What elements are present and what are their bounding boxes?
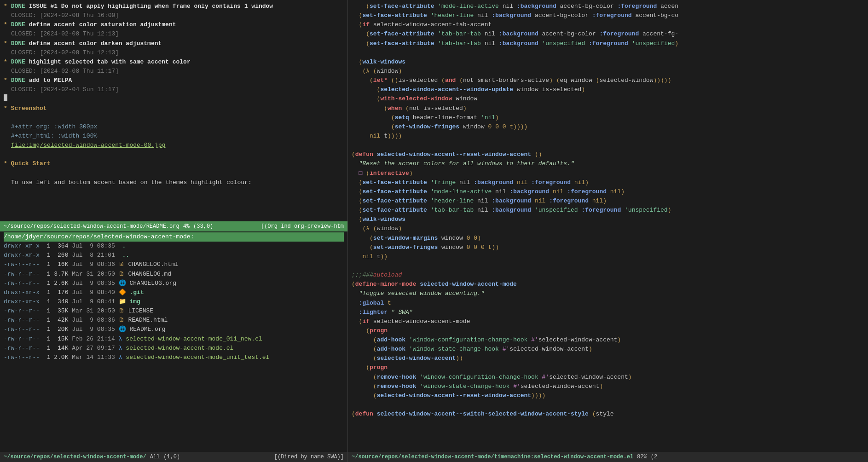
line-3: * DONE define accent color saturation ad… xyxy=(4,20,344,29)
rline-10: (with-selected-window window xyxy=(352,94,864,104)
left-status-pos: (33,0) xyxy=(193,223,213,230)
rline-29: "Toggle selected window accenting." xyxy=(352,289,864,298)
rline-32: (if selected-window-accent-mode xyxy=(352,317,864,326)
rline-36: (selected-window-accent)) xyxy=(352,354,864,363)
rline-35: (add-hook 'window-state-change-hook #'se… xyxy=(352,345,864,354)
rline-1: (set-face-attribute 'mode-line-active ni… xyxy=(352,2,864,11)
rline-11: (when (not is-selected) xyxy=(352,104,864,113)
rline-23: (λ (window) xyxy=(352,224,864,233)
line-10: CLOSED: [2024-02-04 Sun 11:17] xyxy=(4,85,344,94)
rline-19: (set-face-attribute 'mode-line-active ni… xyxy=(352,187,864,196)
right-content: (set-face-attribute 'mode-line-active ni… xyxy=(348,0,868,452)
rline-25: (set-window-fringes window 0 0 0 t)) xyxy=(352,243,864,252)
dired-entry-swa[interactable]: -rw-r--r-- 1 14K Apr 27 09:17 λ selected… xyxy=(4,344,344,353)
rline-37: (progn xyxy=(352,363,864,372)
rline-41: (defun selected-window-accent--switch-se… xyxy=(352,410,864,419)
line-2: CLOSED: [2024-02-08 Thu 16:00] xyxy=(4,11,344,20)
right-status-pct: 82% xyxy=(637,454,647,460)
line-attr1: #+attr_org: :width 300px xyxy=(4,122,344,132)
dired-status-path: ~/source/repos/selected-window-accent-mo… xyxy=(4,454,146,460)
dired-entry-swa-unit[interactable]: -rw-r--r-- 1 2.0K Mar 14 11:33 λ selecte… xyxy=(4,353,344,362)
rline-13: (set-window-fringes window 0 0 0 t)))) xyxy=(352,122,864,132)
rline-8: (let* ((is-selected (and (not smart-bord… xyxy=(352,76,864,85)
dired-entry-dotdot[interactable]: drwxr-xr-x 1 260 Jul 8 21:01 .. xyxy=(4,251,344,260)
line-cursor xyxy=(4,94,344,104)
rline-33: (progn xyxy=(352,326,864,335)
right-pane: (set-face-attribute 'mode-line-active ni… xyxy=(347,0,868,462)
rline-28: (define-minor-mode selected-window-accen… xyxy=(352,280,864,289)
line-blank3 xyxy=(4,169,344,178)
left-readme-status-bar: ~/source/repos/selected-window-accent-mo… xyxy=(0,221,347,231)
rline-blank1 xyxy=(352,48,864,58)
dired-entry-readme-html[interactable]: -rw-r--r-- 1 42K Jul 9 08:36 🗎 README.ht… xyxy=(4,316,344,325)
rline-22: (walk-windows xyxy=(352,215,864,224)
dired-entry-license[interactable]: -rw-r--r-- 1 35K Mar 31 20:50 🗎 LICENSE xyxy=(4,306,344,316)
rline-7: (λ (window) xyxy=(352,67,864,76)
main-container: * DONE ISSUE #1 Do not apply highlightin… xyxy=(0,0,868,462)
main-area: * DONE ISSUE #1 Do not apply highlightin… xyxy=(0,0,868,462)
right-status-pos: (2 xyxy=(651,454,657,460)
line-blank2 xyxy=(4,150,344,159)
left-status-pct: 4% xyxy=(183,223,190,230)
dired-entry-changelog-org[interactable]: -rw-r--r-- 1 2.6K Jul 9 08:35 🌐 CHANGELO… xyxy=(4,279,344,288)
line-blank1 xyxy=(4,113,344,122)
left-pane: * DONE ISSUE #1 Do not apply highlightin… xyxy=(0,0,347,462)
line-8: CLOSED: [2024-02-08 Thu 11:17] xyxy=(4,67,344,76)
rline-21: (set-face-attribute 'tab-bar-tab nil :ba… xyxy=(352,206,864,215)
rline-24: (set-window-margins window 0 0) xyxy=(352,234,864,243)
line-6: CLOSED: [2024-02-08 Thu 12:13] xyxy=(4,48,344,58)
rline-18: (set-face-attribute 'fringe nil :backgro… xyxy=(352,178,864,187)
line-file: file:img/selected-window-accent-mode-00.… xyxy=(4,141,344,150)
rline-4: (set-face-attribute 'tab-bar-tab nil :ba… xyxy=(352,29,864,39)
line-5: * DONE define accent color darken adjust… xyxy=(4,39,344,48)
rline-2: (set-face-attribute 'header-line nil :ba… xyxy=(352,11,864,20)
dired-content: /home/jdyer/source/repos/selected-window… xyxy=(0,231,347,452)
rline-16: "Reset the accent colors for all windows… xyxy=(352,159,864,168)
rline-31: :lighter " SWA" xyxy=(352,308,864,317)
rline-blank3 xyxy=(352,261,864,271)
rline-15: (defun selected-window-accent--reset-win… xyxy=(352,150,864,159)
rline-38: (remove-hook 'window-configuration-chang… xyxy=(352,373,864,382)
line-screenshot-heading: * Screenshot xyxy=(4,104,344,113)
rline-3: (if selected-window-accent-tab-accent xyxy=(352,20,864,29)
left-dired-status-bar: ~/source/repos/selected-window-accent-mo… xyxy=(0,452,347,462)
rline-14: nil t)))) xyxy=(352,132,864,141)
rline-9: (selected-window-accent--window-update w… xyxy=(352,85,864,94)
line-7: * DONE highlight selected tab with same … xyxy=(4,58,344,67)
dired-entry-git[interactable]: drwxr-xr-x 1 176 Jul 9 08:40 🔶 .git xyxy=(4,288,344,297)
dired-entry-img[interactable]: drwxr-xr-x 1 340 Jul 9 08:41 📁 img xyxy=(4,297,344,306)
line-quickstart-heading: * Quick Start xyxy=(4,159,344,168)
dired-status-mode: [(Dired by name SWA)] xyxy=(274,454,344,460)
dired-path-line: /home/jdyer/source/repos/selected-window… xyxy=(4,232,344,242)
rline-39: (remove-hook 'window-state-change-hook #… xyxy=(352,382,864,391)
left-status-mode: [(Org Ind org-preview-htm xyxy=(261,223,344,230)
dired-entry-dot[interactable]: drwxr-xr-x 1 364 Jul 9 08:35 . xyxy=(4,242,344,251)
line-4: CLOSED: [2024-02-08 Thu 12:13] xyxy=(4,29,344,39)
rline-26: nil t)) xyxy=(352,252,864,261)
rline-blank4 xyxy=(352,400,864,410)
rline-30: :global t xyxy=(352,299,864,308)
rline-6: (walk-windows xyxy=(352,58,864,67)
dired-entry-readme-org[interactable]: -rw-r--r-- 1 20K Jul 9 08:35 🌐 README.or… xyxy=(4,325,344,334)
line-1: * DONE ISSUE #1 Do not apply highlightin… xyxy=(4,2,344,11)
right-status-path: ~/source/repos/selected-window-accent-mo… xyxy=(352,454,633,460)
rline-blank2 xyxy=(352,141,864,150)
rline-27: ;;;###autoload xyxy=(352,271,864,280)
rline-40: (selected-window-accent--reset-window-ac… xyxy=(352,391,864,400)
rline-17: □ (interactive) xyxy=(352,169,864,178)
dired-entry-changelog-html[interactable]: -rw-r--r-- 1 16K Jul 9 08:36 🗎 CHANGELOG… xyxy=(4,260,344,269)
rline-34: (add-hook 'window-configuration-change-h… xyxy=(352,335,864,345)
line-9: * DONE add to MELPA xyxy=(4,76,344,85)
dired-status-count: All xyxy=(150,454,160,460)
left-status-path: ~/source/repos/selected-window-accent-mo… xyxy=(4,223,179,230)
dired-status-pos: (1,0) xyxy=(163,454,180,460)
dired-entry-changelog-md[interactable]: -rw-r--r-- 1 3.7K Mar 31 20:50 🗎 CHANGEL… xyxy=(4,270,344,279)
rline-20: (set-face-attribute 'header-line nil :ba… xyxy=(352,196,864,206)
rline-12: (setq header-line-format 'nil) xyxy=(352,113,864,122)
line-quickstart-text: To use left and bottom accent based on t… xyxy=(4,178,344,187)
line-attr2: #+attr_html: :width 100% xyxy=(4,132,344,141)
left-content: * DONE ISSUE #1 Do not apply highlightin… xyxy=(0,0,347,221)
dired-entry-swa-011[interactable]: -rw-r--r-- 1 15K Feb 26 21:14 λ selected… xyxy=(4,335,344,344)
rline-5: (set-face-attribute 'tab-bar-tab nil :ba… xyxy=(352,39,864,48)
right-status-bar: ~/source/repos/selected-window-accent-mo… xyxy=(348,452,868,462)
